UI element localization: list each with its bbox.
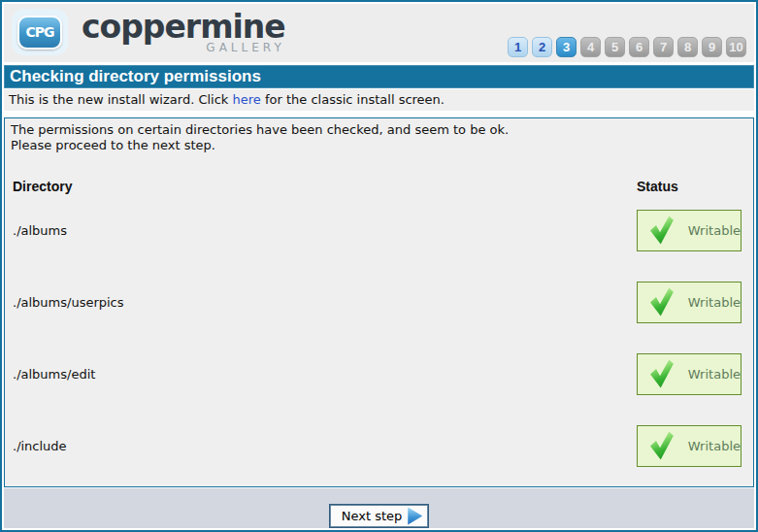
wizard-step-2[interactable]: 2 <box>532 37 552 57</box>
table-row: ./albums Writable <box>5 194 753 266</box>
next-step-button[interactable]: Next step <box>329 504 430 528</box>
wizard-step-6[interactable]: 6 <box>629 37 649 57</box>
footer: Next step <box>4 488 754 528</box>
status-label: Writable <box>688 367 741 382</box>
table-body: ./albums Writable ./albums/userpics Writ… <box>5 194 753 482</box>
check-icon <box>650 360 674 388</box>
status-label: Writable <box>688 439 741 453</box>
note-text-suffix: for the classic install screen. <box>261 92 445 107</box>
install-wizard-page: CPG coppermine GALLERY 12345678910 Check… <box>0 0 758 532</box>
next-step-label: Next step <box>342 509 403 523</box>
wizard-note: This is the new install wizard. Click he… <box>4 89 754 111</box>
status-cell: Writable <box>637 282 747 323</box>
table-row: ./albums/userpics Writable <box>5 266 753 338</box>
table-header-row: Directory Status <box>5 179 753 194</box>
wizard-step-4[interactable]: 4 <box>580 37 601 57</box>
directory-cell: ./include <box>13 439 637 453</box>
directory-cell: ./albums <box>13 223 637 238</box>
page-title: Checking directory permissions <box>4 65 754 88</box>
status-badge: Writable <box>637 353 742 395</box>
wizard-step-1[interactable]: 1 <box>508 37 528 57</box>
brand-name: coppermine <box>82 11 285 44</box>
status-label: Writable <box>688 223 741 238</box>
wizard-step-3[interactable]: 3 <box>556 37 577 57</box>
check-icon <box>650 216 674 245</box>
status-badge: Writable <box>637 425 742 467</box>
status-badge: Writable <box>637 210 742 251</box>
arrow-right-icon <box>408 508 422 525</box>
header: CPG coppermine GALLERY 12345678910 <box>4 4 754 62</box>
coppermine-logo: CPG coppermine GALLERY <box>12 9 285 58</box>
status-cell: Writable <box>637 210 747 251</box>
check-icon <box>650 288 674 316</box>
status-column-header: Status <box>637 179 747 194</box>
intro-text: The permissions on certain directories h… <box>5 118 753 157</box>
intro-line-1: The permissions on certain directories h… <box>11 122 747 138</box>
directory-column-header: Directory <box>13 179 637 194</box>
wizard-step-9[interactable]: 9 <box>702 37 722 57</box>
note-text-prefix: This is the new install wizard. Click <box>9 92 233 107</box>
status-label: Writable <box>688 295 741 310</box>
main-content: The permissions on certain directories h… <box>4 117 754 487</box>
cpg-logo-icon: CPG <box>12 9 68 55</box>
table-row: ./albums/edit Writable <box>5 338 753 410</box>
cpg-logo-text: CPG <box>17 16 62 50</box>
status-cell: Writable <box>637 425 747 467</box>
wizard-step-8[interactable]: 8 <box>677 37 698 57</box>
directory-cell: ./albums/userpics <box>13 295 637 310</box>
wizard-step-indicator: 12345678910 <box>508 37 746 57</box>
table-row: ./include Writable <box>5 410 753 482</box>
brand-block: coppermine GALLERY <box>82 11 285 54</box>
wizard-step-7[interactable]: 7 <box>653 37 674 57</box>
status-cell: Writable <box>637 353 747 395</box>
directory-cell: ./albums/edit <box>13 367 637 382</box>
classic-install-link[interactable]: here <box>233 92 261 107</box>
intro-line-2: Please proceed to the next step. <box>11 138 747 153</box>
wizard-step-5[interactable]: 5 <box>605 37 625 57</box>
check-icon <box>650 432 674 460</box>
wizard-step-10[interactable]: 10 <box>726 37 746 57</box>
status-badge: Writable <box>637 282 742 323</box>
